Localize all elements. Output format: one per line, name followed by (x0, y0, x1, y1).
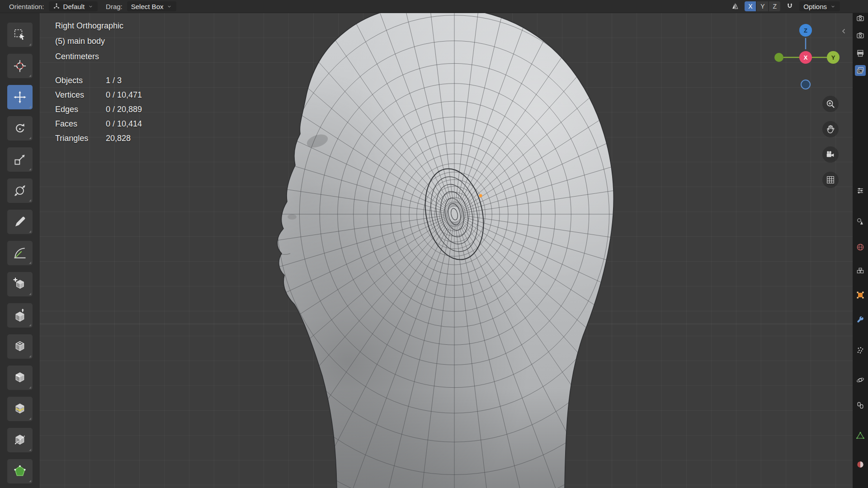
mirror-axis-toggles: X Y Z (745, 1, 780, 11)
units-label: Centimeters (55, 49, 142, 64)
tab-tool-properties[interactable] (855, 185, 866, 196)
orientation-dropdown[interactable]: Default (49, 1, 98, 11)
chevron-down-icon (830, 4, 836, 9)
mirror-icon[interactable] (731, 2, 739, 10)
gizmo-y-negative-ball[interactable] (774, 53, 783, 62)
tab-scene-properties[interactable] (855, 216, 866, 227)
tab-object-properties[interactable] (855, 290, 866, 300)
tab-constraint-properties[interactable] (855, 400, 866, 411)
mirror-y-toggle[interactable]: Y (757, 1, 768, 11)
tab-object-data-properties[interactable] (855, 430, 866, 441)
blender-window: Orientation: Default Drag: Select Box X … (0, 0, 868, 488)
pan-button[interactable] (822, 121, 839, 137)
stat-label: Objects (55, 73, 106, 88)
header-right-cluster: X Y Z Options (731, 1, 840, 11)
tool-poly-build[interactable] (7, 459, 33, 483)
stat-row: Faces0 / 10,414 (55, 117, 142, 131)
snap-icon[interactable] (786, 2, 794, 10)
tab-view-layer-properties[interactable] (855, 65, 866, 76)
options-label: Options (803, 3, 827, 10)
stat-value: 0 / 20,889 (106, 102, 142, 117)
tool-extrude-region[interactable] (7, 303, 33, 328)
stat-row: Vertices0 / 10,471 (55, 88, 142, 102)
tool-bevel[interactable] (7, 366, 33, 390)
tab-particle-properties[interactable] (855, 345, 866, 356)
tab-modifier-properties[interactable] (855, 314, 866, 325)
tab-physics-properties[interactable] (855, 375, 866, 385)
stat-label: Vertices (55, 88, 106, 102)
stat-row: Edges0 / 20,889 (55, 102, 142, 117)
viewport-canvas[interactable] (40, 13, 853, 488)
tab-editor-type[interactable] (855, 13, 866, 23)
tool-cursor[interactable] (7, 54, 33, 78)
active-object-label: (5) main body (55, 33, 142, 49)
stat-value: 1 / 3 (106, 73, 122, 88)
mesh-statistics: Objects1 / 3 Vertices0 / 10,471 Edges0 /… (55, 73, 142, 145)
tool-add-cube[interactable] (7, 272, 33, 296)
zoom-button[interactable] (822, 96, 839, 112)
gizmo-z-label: Z (804, 27, 807, 34)
tool-transform[interactable] (7, 178, 33, 203)
stat-value: 0 / 10,471 (106, 88, 142, 102)
tab-output-properties[interactable] (855, 48, 866, 59)
chevron-down-icon (88, 4, 94, 9)
tool-shelf (0, 13, 40, 488)
tool-scale[interactable] (7, 147, 33, 172)
view-mode-label: Right Orthographic (55, 18, 142, 33)
chevron-down-icon (166, 4, 172, 9)
stat-row: Triangles20,828 (55, 131, 142, 145)
axis-orientation-icon (53, 3, 60, 10)
mirror-z-toggle[interactable]: Z (769, 1, 780, 11)
stat-label: Edges (55, 102, 106, 117)
stat-label: Faces (55, 117, 106, 131)
stat-row: Objects1 / 3 (55, 73, 142, 88)
camera-view-button[interactable] (822, 146, 839, 163)
gizmo-x-label: X (804, 54, 808, 61)
drag-dropdown[interactable]: Select Box (127, 1, 177, 11)
viewport-header: Orientation: Default Drag: Select Box X … (0, 0, 868, 13)
tab-render-properties[interactable] (855, 30, 866, 41)
tab-world-properties[interactable] (855, 242, 866, 253)
gizmo-z-negative-ball[interactable] (801, 80, 810, 89)
drag-label: Drag: (106, 3, 123, 10)
tool-move[interactable] (7, 85, 33, 109)
orientation-value: Default (63, 3, 85, 10)
tool-annotate[interactable] (7, 210, 33, 234)
stat-value: 0 / 10,414 (106, 117, 142, 131)
mirror-x-toggle[interactable]: X (745, 1, 756, 11)
options-dropdown[interactable]: Options (799, 1, 840, 11)
stat-label: Triangles (55, 131, 106, 145)
navigation-gizmo[interactable]: Z Y X (769, 16, 845, 93)
tool-rotate[interactable] (7, 116, 33, 141)
properties-rail (853, 13, 868, 488)
drag-value: Select Box (131, 3, 164, 10)
tab-material-properties[interactable] (855, 459, 866, 470)
tool-inset-faces[interactable] (7, 334, 33, 359)
gizmo-y-label: Y (831, 54, 835, 61)
viewport-nav-buttons (822, 96, 839, 188)
viewport-info-overlay: Right Orthographic (5) main body Centime… (55, 18, 142, 145)
stat-value: 20,828 (106, 131, 131, 145)
tool-loop-cut[interactable] (7, 397, 33, 421)
orientation-label: Orientation: (9, 3, 44, 10)
tool-measure[interactable] (7, 241, 33, 265)
grid-ortho-button[interactable] (822, 172, 839, 188)
tab-collection-properties[interactable] (855, 266, 866, 277)
tool-knife[interactable] (7, 428, 33, 452)
tool-tweak-select[interactable] (7, 23, 33, 47)
collapse-panel-icon[interactable] (840, 27, 848, 37)
